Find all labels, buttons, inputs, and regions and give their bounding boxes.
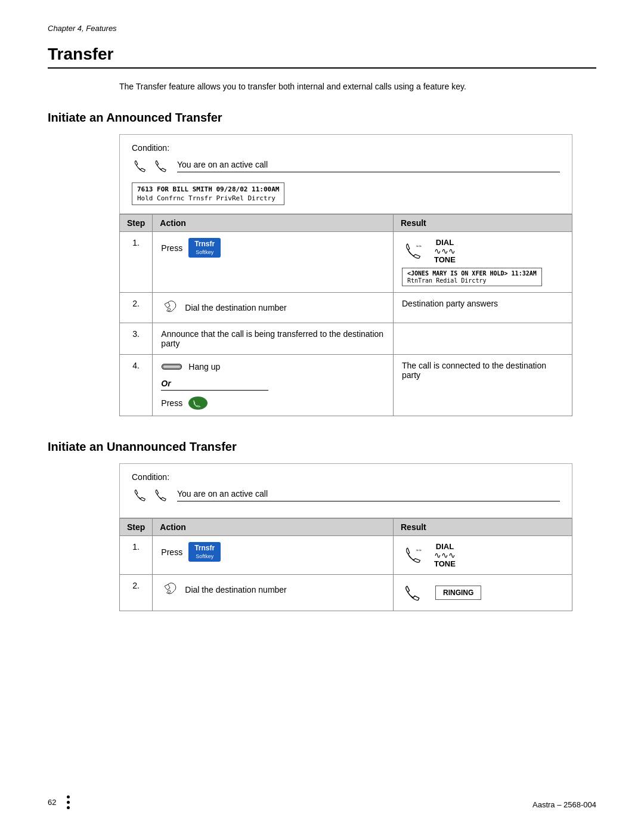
- step-1: 1.: [120, 232, 153, 293]
- page-title: Transfer: [48, 45, 596, 69]
- intro-text: The Transfer feature allows you to trans…: [119, 80, 596, 93]
- phone-icon-4: [151, 487, 168, 503]
- brand-label: Aastra – 2568-004: [532, 800, 596, 809]
- action-s2-1: Press Trnsfr Softkey: [153, 536, 394, 575]
- action-text-2: Dial the destination number: [185, 303, 286, 312]
- phone-wave-icon-2: ≈ ≈: [402, 543, 426, 567]
- press-label-s2-1: Press: [161, 547, 182, 557]
- chapter-header: Chapter 4, Features: [48, 24, 596, 33]
- or-text-1: Or: [161, 379, 268, 391]
- footer-dots: [67, 795, 70, 809]
- phone-icon-3: [132, 487, 148, 503]
- condition-text-1: You are on an active call: [177, 160, 560, 172]
- action-1: Press Trnsfr Softkey: [153, 232, 394, 293]
- lcd-row2: Hold Confrnc Trnsfr PrivRel Dirctry: [137, 194, 279, 202]
- col-step-2: Step: [120, 519, 153, 536]
- svg-point-2: [168, 308, 171, 311]
- table-row: 2. Dial the destination number Destinati…: [120, 293, 572, 323]
- lcd-row1: 7613 FOR BILL SMITH 09/28/02 11:00AM: [137, 185, 279, 193]
- phone-icon-2: [151, 157, 168, 174]
- steps-table-1: Step Action Result 1. Press Trnsfr Softk…: [119, 214, 572, 416]
- action-text-s2-2: Dial the destination number: [185, 585, 286, 594]
- trnsfr-softkey-2[interactable]: Trnsfr Softkey: [188, 542, 221, 562]
- condition-box-2: Condition: You are on an active call: [119, 463, 572, 518]
- result-lcd-1: <JONES MARY IS ON XFER HOLD> 11:32AM Rtn…: [402, 268, 542, 286]
- result-lcd-row2-1: RtnTran Redial Dirctry: [407, 277, 537, 284]
- steps-table-2: Step Action Result 1. Press Trnsfr Softk…: [119, 518, 572, 611]
- phone-icons-2: [132, 487, 168, 503]
- wave-symbol-1: ∿∿∿: [434, 247, 456, 255]
- phone-wave-icon-1: ≈ ≈: [402, 239, 426, 263]
- result-3: [394, 323, 572, 355]
- result-s2-1: ≈ ≈ DIAL ∿∿∿ TONE: [394, 536, 572, 575]
- call-icon: [192, 399, 204, 407]
- step-4: 4.: [120, 355, 153, 416]
- step-2: 2.: [120, 293, 153, 323]
- softkey-sub-2: Softkey: [196, 553, 213, 561]
- table-row: 4. Hang up Or Press: [120, 355, 572, 416]
- softkey-label-2: Trnsfr: [194, 544, 215, 553]
- ringing-label: RINGING: [435, 586, 481, 600]
- result-4: The call is connected to the destination…: [394, 355, 572, 416]
- svg-text:≈: ≈: [419, 243, 422, 249]
- press-label-1: Press: [161, 243, 182, 253]
- hangup-label: Hang up: [188, 362, 220, 371]
- page-number: 62: [48, 798, 56, 807]
- condition-label-2: Condition:: [132, 472, 560, 482]
- action-4: Hang up Or Press: [153, 355, 394, 416]
- svg-point-7: [168, 590, 171, 593]
- dot-2: [67, 801, 70, 804]
- tone-label-1: TONE: [434, 255, 456, 264]
- table-row: 1. Press Trnsfr Softkey ≈: [120, 536, 572, 575]
- dial-icon-2: [161, 581, 179, 599]
- result-s2-2: RINGING: [394, 575, 572, 611]
- page-footer: 62 Aastra – 2568-004: [48, 795, 596, 809]
- table-row: 2. Dial the destination number: [120, 575, 572, 611]
- wave-symbol-2: ∿∿∿: [434, 551, 456, 559]
- action-2: Dial the destination number: [153, 293, 394, 323]
- phone-icon-1: [132, 157, 148, 174]
- condition-box-1: Condition: You are on an active call 761…: [119, 134, 572, 214]
- dial-icon-1: [161, 299, 179, 317]
- condition-label-1: Condition:: [132, 143, 560, 153]
- step-s2-2: 2.: [120, 575, 153, 611]
- svg-text:≈: ≈: [416, 243, 419, 249]
- svg-text:≈: ≈: [419, 547, 422, 553]
- dial-tone-label-2: DIAL: [434, 542, 456, 551]
- result-lcd-row1-1: <JONES MARY IS ON XFER HOLD> 11:32AM: [407, 270, 537, 277]
- green-call-button[interactable]: [188, 397, 208, 410]
- result-2: Destination party answers: [394, 293, 572, 323]
- dial-tone-label-1: DIAL: [434, 238, 456, 247]
- svg-text:≈: ≈: [416, 547, 419, 553]
- result-1: ≈ ≈ DIAL ∿∿∿ TONE <JONES MARY IS ON XFER…: [394, 232, 572, 293]
- action-3: Announce that the call is being transfer…: [153, 323, 394, 355]
- table-row: 1. Press Trnsfr Softkey: [120, 232, 572, 293]
- ringing-phone-icon: [402, 581, 423, 605]
- lcd-display-1: 7613 FOR BILL SMITH 09/28/02 11:00AM Hol…: [132, 182, 284, 205]
- tone-label-2: TONE: [434, 559, 456, 568]
- step-s2-1: 1.: [120, 536, 153, 575]
- col-result-2: Result: [394, 519, 572, 536]
- press-label-4: Press: [161, 398, 182, 408]
- table-row: 3. Announce that the call is being trans…: [120, 323, 572, 355]
- trnsfr-softkey-1[interactable]: Trnsfr Softkey: [188, 238, 221, 258]
- col-action-1: Action: [153, 215, 394, 232]
- phone-icons-1: [132, 157, 168, 174]
- dot-3: [67, 806, 70, 809]
- col-step-1: Step: [120, 215, 153, 232]
- handset-icon-1: [161, 361, 182, 373]
- section-announced-transfer: Initiate an Announced Transfer Condition…: [48, 111, 596, 416]
- dot-1: [67, 795, 70, 798]
- section1-title: Initiate an Announced Transfer: [48, 111, 596, 125]
- softkey-label-1: Trnsfr: [194, 240, 215, 249]
- step-3: 3.: [120, 323, 153, 355]
- softkey-sub-1: Softkey: [196, 249, 213, 256]
- section-unannounced-transfer: Initiate an Unannounced Transfer Conditi…: [48, 440, 596, 611]
- action-s2-2: Dial the destination number: [153, 575, 394, 611]
- svg-rect-4: [163, 365, 181, 368]
- col-action-2: Action: [153, 519, 394, 536]
- section2-title: Initiate an Unannounced Transfer: [48, 440, 596, 454]
- col-result-1: Result: [394, 215, 572, 232]
- condition-text-2: You are on an active call: [177, 489, 560, 501]
